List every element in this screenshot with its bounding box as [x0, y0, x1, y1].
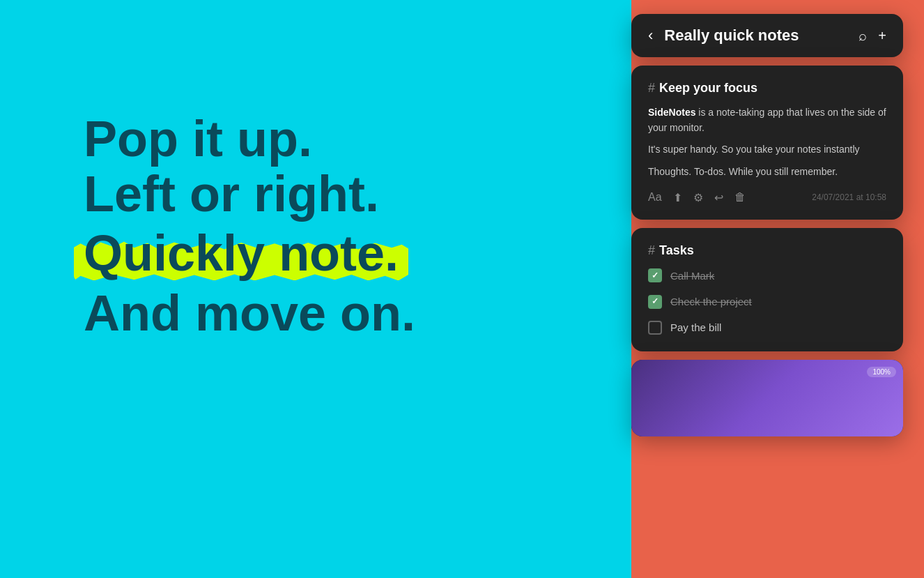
note-1-date: 24/07/2021 at 10:58 — [812, 192, 886, 202]
hero-line-3-wrapper: Quickly note. — [84, 225, 399, 282]
note-card-1: # Keep your focus SideNotes is a note-ta… — [631, 66, 903, 220]
preview-inner: 100% — [631, 360, 903, 436]
note-card-2: # Tasks Call MarkCheck the projectPay th… — [631, 228, 903, 351]
task-label-pay-bill: Pay the bill — [670, 319, 721, 335]
note-2-heading: Tasks — [659, 243, 694, 258]
panel-area: ‹ Really quick notes ⌕ + # Keep your foc… — [631, 14, 903, 436]
note-1-footer: Aa ⬆ ⚙ ↩ 🗑 24/07/2021 at 10:58 — [648, 191, 886, 204]
header-actions: ⌕ + — [858, 28, 886, 44]
preview-badge: 100% — [867, 367, 896, 377]
note-2-tasks: Call MarkCheck the projectPay the bill — [648, 268, 886, 336]
trash-icon[interactable]: 🗑 — [734, 191, 746, 204]
task-checkbox-pay-bill[interactable] — [648, 321, 662, 335]
note-2-hash: # — [648, 243, 655, 258]
header-card: ‹ Really quick notes ⌕ + — [631, 14, 903, 57]
note-1-para-2: It's super handy. So you take your notes… — [648, 142, 886, 158]
note-1-body: SideNotes is a note-taking app that live… — [648, 105, 886, 180]
hero-section: Pop it up. Left or right. Quickly note. … — [84, 112, 415, 342]
hero-line-4: And move on. — [84, 286, 415, 341]
font-icon[interactable]: Aa — [648, 191, 662, 204]
back-button[interactable]: ‹ — [648, 26, 653, 45]
task-checkbox-check-project[interactable] — [648, 295, 662, 309]
task-checkbox-call-mark[interactable] — [648, 268, 662, 282]
task-label-call-mark: Call Mark — [670, 268, 714, 284]
note-1-para-3: Thoughts. To-dos. While you still rememb… — [648, 165, 886, 180]
task-item-call-mark: Call Mark — [648, 268, 886, 284]
note-2-heading-row: # Tasks — [648, 243, 886, 258]
hero-line-3: Quickly note. — [84, 225, 399, 281]
note-1-heading: Keep your focus — [659, 81, 757, 96]
share-icon[interactable]: ⬆ — [673, 191, 682, 204]
note-card-3: 100% — [631, 360, 903, 436]
settings-icon[interactable]: ⚙ — [693, 191, 703, 204]
hero-line-1: Pop it up. — [84, 112, 415, 167]
undo-icon[interactable]: ↩ — [714, 191, 723, 204]
note-1-hash: # — [648, 81, 655, 96]
task-item-check-project: Check the project — [648, 294, 886, 310]
task-item-pay-bill: Pay the bill — [648, 319, 886, 335]
note-1-para-1: SideNotes is a note-taking app that live… — [648, 105, 886, 135]
search-button[interactable]: ⌕ — [858, 28, 867, 44]
note-1-bold: SideNotes — [648, 107, 695, 118]
header-title: Really quick notes — [664, 26, 847, 45]
task-label-check-project: Check the project — [670, 294, 752, 310]
add-button[interactable]: + — [878, 28, 886, 44]
hero-line-2: Left or right. — [84, 167, 415, 222]
note-1-heading-row: # Keep your focus — [648, 81, 886, 96]
task-list: Call MarkCheck the projectPay the bill — [648, 268, 886, 336]
